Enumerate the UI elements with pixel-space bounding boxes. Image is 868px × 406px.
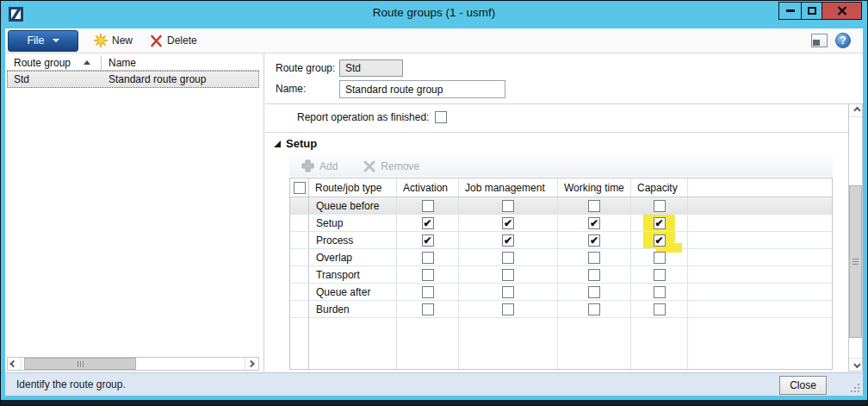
maximize-button[interactable] bbox=[801, 2, 822, 20]
route-job-type-label: Process bbox=[309, 232, 397, 248]
activation-checkbox[interactable]: ✔ bbox=[422, 217, 434, 229]
capacity-checkbox[interactable] bbox=[654, 269, 666, 281]
setup-grid: Route/job type Activation Job management… bbox=[289, 178, 833, 370]
column-header-route-group[interactable]: Route group bbox=[7, 55, 102, 70]
activation-cell bbox=[397, 266, 459, 283]
status-bar: Identify the route group. Close bbox=[5, 372, 863, 396]
horizontal-scrollbar[interactable] bbox=[7, 357, 259, 371]
activation-checkbox[interactable] bbox=[422, 303, 434, 315]
setup-grid-row[interactable]: Queue after bbox=[290, 284, 832, 301]
maximize-icon bbox=[808, 7, 816, 15]
working_time-checkbox[interactable] bbox=[588, 269, 600, 281]
working_time-checkbox[interactable]: ✔ bbox=[588, 217, 600, 229]
activation-checkbox[interactable]: ✔ bbox=[422, 234, 434, 247]
column-header-name[interactable]: Name bbox=[102, 55, 259, 70]
setup-grid-row[interactable]: Process✔✔✔✔ bbox=[290, 232, 832, 249]
empty-cell bbox=[688, 301, 832, 317]
report-operation-checkbox[interactable] bbox=[435, 111, 447, 123]
view-pane-icon[interactable] bbox=[811, 34, 828, 47]
setup-section-header[interactable]: Setup bbox=[274, 137, 317, 150]
job_management-checkbox[interactable] bbox=[502, 286, 514, 298]
route-group-field[interactable]: Std bbox=[339, 59, 403, 77]
setup-grid-row[interactable]: Burden bbox=[290, 301, 832, 318]
route-group-field-label: Route group: bbox=[276, 62, 335, 74]
remove-button[interactable]: Remove bbox=[381, 160, 419, 172]
row-select-cell[interactable] bbox=[290, 232, 309, 248]
row-select-cell[interactable] bbox=[290, 215, 309, 231]
setup-grid-row[interactable]: Setup✔✔✔✔ bbox=[290, 215, 832, 232]
job_management-checkbox[interactable] bbox=[502, 200, 514, 212]
setup-grid-toolbar: Add Remove bbox=[289, 155, 833, 177]
job_management-checkbox[interactable]: ✔ bbox=[502, 234, 514, 247]
capacity-checkbox[interactable] bbox=[654, 303, 666, 315]
job_management-checkbox[interactable] bbox=[502, 303, 514, 315]
file-menu-button[interactable]: File bbox=[8, 30, 78, 52]
working_time-checkbox[interactable] bbox=[588, 286, 600, 298]
empty-cell bbox=[688, 215, 832, 231]
collapse-expander-icon[interactable] bbox=[274, 141, 281, 147]
delete-button[interactable]: Delete bbox=[145, 30, 202, 51]
column-header-route-job-type[interactable]: Route/job type bbox=[309, 178, 397, 197]
action-pane: File New Delete ? bbox=[5, 28, 863, 53]
row-select-cell[interactable] bbox=[290, 301, 309, 317]
column-header-activation[interactable]: Activation bbox=[397, 178, 459, 197]
capacity-checkbox[interactable] bbox=[654, 252, 666, 264]
empty-cell bbox=[688, 249, 832, 265]
route-group-list-panel: Route group Name StdStandard route group bbox=[5, 53, 264, 372]
scroll-right-button[interactable] bbox=[245, 358, 258, 370]
job_management-checkbox[interactable] bbox=[502, 269, 514, 281]
titlebar[interactable]: Route groups (1 - usmf) bbox=[1, 1, 867, 28]
column-header-capacity[interactable]: Capacity bbox=[631, 178, 688, 197]
scroll-up-button[interactable] bbox=[849, 104, 862, 117]
working_time-checkbox[interactable] bbox=[588, 252, 600, 264]
working_time-checkbox[interactable]: ✔ bbox=[588, 234, 600, 247]
scrollbar-thumb[interactable] bbox=[24, 358, 136, 370]
help-icon[interactable]: ? bbox=[835, 33, 851, 48]
header-fields: Route group: Std Name: Standard route gr… bbox=[265, 53, 863, 103]
name-field-label: Name: bbox=[276, 83, 306, 95]
empty-cell bbox=[688, 232, 832, 248]
setup-grid-row[interactable]: Overlap bbox=[290, 249, 832, 266]
minimize-button[interactable] bbox=[778, 2, 802, 20]
route-job-type-label: Burden bbox=[309, 301, 397, 317]
capacity-checkbox[interactable]: ✔ bbox=[654, 217, 666, 229]
scrollbar-thumb[interactable] bbox=[849, 185, 862, 338]
add-button[interactable]: Add bbox=[319, 160, 338, 172]
working_time-checkbox[interactable] bbox=[588, 303, 600, 315]
window-title: Route groups (1 - usmf) bbox=[1, 6, 867, 19]
row-select-cell[interactable] bbox=[290, 249, 309, 265]
close-window-button[interactable] bbox=[822, 2, 862, 20]
row-select-cell[interactable] bbox=[290, 266, 309, 283]
select-all-checkbox[interactable] bbox=[294, 182, 306, 194]
job_management-checkbox[interactable] bbox=[502, 252, 514, 264]
scroll-down-button[interactable] bbox=[849, 358, 862, 371]
working_time-cell: ✔ bbox=[558, 215, 631, 231]
job_management-checkbox[interactable]: ✔ bbox=[502, 217, 514, 229]
name-field[interactable]: Standard route group bbox=[339, 80, 505, 98]
capacity-checkbox[interactable] bbox=[654, 200, 666, 212]
row-select-cell[interactable] bbox=[290, 197, 309, 214]
setup-grid-row[interactable]: Transport bbox=[290, 266, 832, 284]
activation-checkbox[interactable] bbox=[422, 269, 434, 281]
capacity-checkbox[interactable]: ✔ bbox=[654, 234, 666, 247]
activation-checkbox[interactable] bbox=[422, 286, 434, 298]
setup-section-title: Setup bbox=[286, 137, 317, 150]
column-header-job-management[interactable]: Job management bbox=[459, 178, 558, 197]
vertical-scrollbar[interactable] bbox=[848, 103, 863, 372]
divider bbox=[265, 132, 848, 133]
column-header-working-time[interactable]: Working time bbox=[558, 178, 631, 197]
setup-grid-row[interactable]: Queue before bbox=[290, 197, 832, 215]
new-button-label: New bbox=[112, 34, 133, 47]
detail-panel: Route group: Std Name: Standard route gr… bbox=[265, 53, 863, 372]
close-button[interactable]: Close bbox=[779, 376, 827, 395]
scroll-left-button[interactable] bbox=[8, 358, 22, 370]
resize-grip[interactable] bbox=[850, 383, 859, 392]
route-group-row[interactable]: StdStandard route group bbox=[7, 71, 259, 88]
detail-scroll-area: Report operation as finished: Setup Add bbox=[265, 103, 848, 372]
working_time-checkbox[interactable] bbox=[588, 200, 600, 212]
row-select-cell[interactable] bbox=[290, 284, 309, 300]
new-button[interactable]: New bbox=[89, 30, 138, 51]
activation-checkbox[interactable] bbox=[422, 200, 434, 212]
activation-checkbox[interactable] bbox=[422, 252, 434, 264]
capacity-checkbox[interactable] bbox=[654, 286, 666, 298]
